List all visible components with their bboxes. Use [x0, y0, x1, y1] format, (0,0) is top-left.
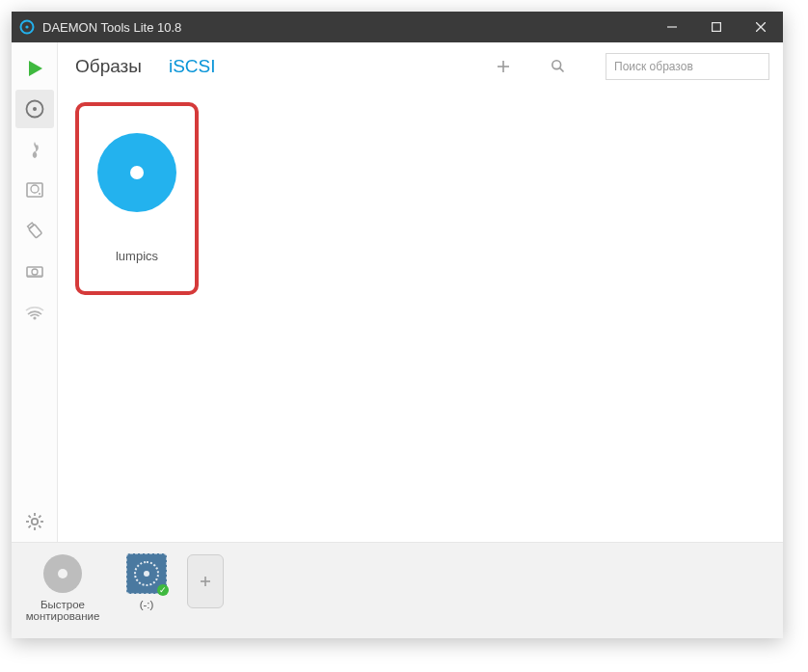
quick-mount-label: Быстрое монтирование	[19, 599, 106, 622]
app-window: DAEMON Tools Lite 10.8	[12, 12, 783, 638]
virtual-drive-label: (-:)	[140, 599, 154, 610]
svg-point-11	[39, 193, 40, 195]
svg-point-10	[31, 185, 39, 193]
app-icon	[12, 19, 42, 35]
gear-icon	[24, 511, 45, 532]
sidebar-settings[interactable]	[15, 502, 54, 541]
svg-line-26	[28, 525, 30, 527]
drive-icon	[24, 260, 45, 282]
svg-line-23	[28, 516, 30, 518]
svg-point-29	[552, 61, 560, 69]
svg-point-8	[33, 107, 37, 111]
image-catalog: lumpics	[58, 91, 783, 542]
minimize-icon	[667, 22, 677, 32]
topbar: Образы iSCSI	[58, 42, 783, 91]
tab-images[interactable]: Образы	[75, 56, 142, 77]
sidebar-images[interactable]	[15, 90, 54, 128]
close-button[interactable]	[739, 12, 783, 42]
maximize-button[interactable]	[694, 12, 739, 42]
sidebar-quick-mount[interactable]	[15, 49, 54, 88]
sidebar	[12, 42, 58, 542]
window-title: DAEMON Tools Lite 10.8	[42, 20, 181, 35]
signal-icon	[24, 301, 45, 322]
catalog-item[interactable]: lumpics	[75, 102, 199, 295]
close-icon	[756, 22, 766, 32]
drive-panel: Быстрое монтирование ✓ (-:)	[12, 542, 783, 638]
tab-iscsi[interactable]: iSCSI	[169, 56, 216, 77]
disc-icon	[24, 98, 45, 120]
search-button[interactable]	[544, 53, 571, 80]
virtual-drive-icon: ✓	[126, 553, 167, 594]
sidebar-drive[interactable]	[15, 252, 54, 290]
disc-icon	[97, 133, 176, 212]
sidebar-burn[interactable]	[15, 130, 54, 169]
svg-rect-3	[713, 23, 721, 32]
search-input[interactable]	[606, 53, 769, 80]
quick-mount-icon	[43, 554, 82, 593]
usb-icon	[24, 220, 45, 241]
add-image-button[interactable]	[490, 53, 517, 80]
svg-point-18	[31, 519, 37, 524]
main-area: Образы iSCSI	[58, 42, 783, 542]
virtual-drive[interactable]: ✓ (-:)	[118, 552, 175, 610]
add-drive-button[interactable]	[187, 554, 224, 608]
catalog-item-label: lumpics	[79, 249, 195, 263]
svg-rect-13	[28, 225, 41, 238]
titlebar: DAEMON Tools Lite 10.8	[12, 12, 783, 42]
play-icon	[24, 58, 45, 79]
mounted-badge-icon: ✓	[157, 584, 169, 596]
svg-rect-16	[27, 275, 42, 278]
svg-point-1	[25, 25, 28, 28]
hdd-icon	[24, 179, 45, 201]
flame-icon	[24, 139, 45, 160]
svg-marker-6	[29, 61, 42, 76]
svg-point-17	[33, 316, 36, 319]
svg-line-30	[559, 68, 563, 72]
quick-mount-drive[interactable]: Быстрое монтирование	[19, 552, 106, 622]
maximize-icon	[712, 22, 721, 32]
search-icon	[551, 59, 565, 73]
plus-icon	[199, 575, 212, 588]
minimize-button[interactable]	[650, 12, 694, 42]
sidebar-network[interactable]	[15, 292, 54, 331]
svg-point-15	[32, 269, 38, 275]
plus-icon	[497, 60, 510, 73]
sidebar-usb[interactable]	[15, 211, 54, 250]
sidebar-hdd[interactable]	[15, 171, 54, 209]
svg-line-25	[39, 516, 40, 518]
svg-line-24	[39, 525, 40, 527]
